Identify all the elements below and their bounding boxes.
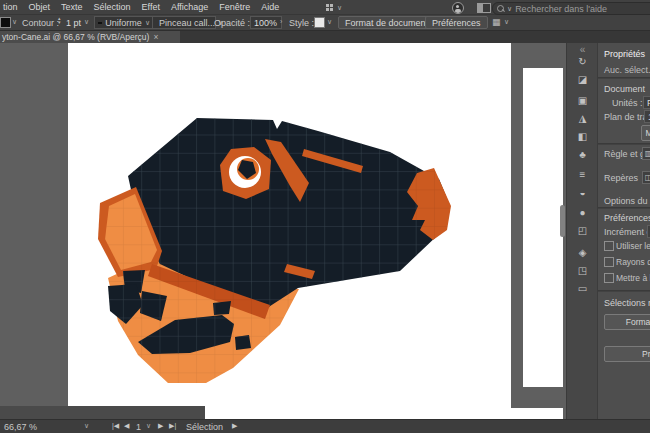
canvas-scroll-area [0, 406, 205, 419]
current-tool-label: Sélection [186, 422, 223, 432]
document-title: yton-Cane.ai @ 66,67 % (RVB/Aperçu) [2, 32, 149, 42]
help-search-field[interactable]: ∨ Rechercher dans l'aide [492, 2, 650, 15]
canvas-vertical-scrollbar[interactable] [560, 205, 565, 237]
first-artboard-icon[interactable]: |◀ [112, 422, 119, 430]
snap-options-label: Options du magnétisme [604, 196, 650, 206]
document-section-label: Document [604, 84, 645, 94]
tab-properties[interactable]: Propriétés [604, 49, 645, 59]
menu-effet[interactable]: Effet [142, 2, 160, 12]
club-icon[interactable]: ♣ [567, 149, 598, 161]
artboard-secondary[interactable] [523, 68, 563, 387]
artboard-number[interactable]: 1 [136, 422, 141, 432]
preferences-section-label: Préférences [604, 213, 650, 223]
opacity-value-field[interactable]: 100% [250, 16, 282, 29]
last-artboard-icon[interactable]: ▶| [169, 422, 176, 430]
style-chevron-icon[interactable]: ∨ [327, 18, 332, 26]
checkbox-preview-bounds[interactable] [604, 241, 614, 251]
prev-artboard-icon[interactable]: ◀ [124, 422, 129, 430]
stroke-profile-line-icon [98, 22, 102, 24]
brush-dropdown[interactable]: Pinceau call... ∨ [152, 16, 216, 29]
units-dropdown[interactable]: Pixels [643, 96, 650, 109]
menu-texte[interactable]: Texte [61, 2, 83, 12]
zoom-level-field[interactable]: 66,67 % [4, 422, 37, 432]
app-layout-icon[interactable] [477, 3, 491, 13]
opacity-label: Opacité : [214, 18, 250, 28]
ruler-toggle-icon[interactable]: ▥ [642, 147, 650, 160]
overlap-rects-icon[interactable]: ▭ [567, 283, 598, 295]
artboard-nav-chevron-icon[interactable]: ∨ [146, 422, 151, 430]
next-artboard-icon[interactable]: ▶ [158, 422, 163, 430]
contour-label: Contour : [22, 18, 59, 28]
properties-panel: Propriétés Bibliothèques Auc. sélect. Do… [597, 43, 650, 433]
stroke-profile-value: Uniforme [105, 18, 142, 28]
menu-selection[interactable]: Sélection [94, 2, 131, 12]
export-icon[interactable]: ◳ [567, 265, 598, 277]
settings-glyph-icon[interactable]: ▦ [492, 17, 501, 27]
folded-page-icon[interactable]: ◪ [567, 74, 598, 86]
document-tab[interactable]: yton-Cane.ai @ 66,67 % (RVB/Aperçu) × [0, 31, 180, 43]
stroke-width-chevron-icon[interactable]: ∨ [84, 18, 89, 26]
swirl-icon[interactable]: ↻ [567, 56, 598, 68]
settings-chevron-icon[interactable]: ∨ [504, 18, 509, 26]
stroke-color-swatch[interactable] [0, 17, 11, 28]
status-flyout-icon[interactable]: ▶ [232, 422, 237, 430]
search-icon [497, 5, 504, 12]
menu-edition[interactable]: tion [3, 2, 18, 12]
menu-objet[interactable]: Objet [29, 2, 51, 12]
checkbox-label: Rayons d'arrondis à l'échelle [616, 257, 650, 267]
close-tab-icon[interactable]: × [153, 32, 158, 42]
artboard-main[interactable] [68, 43, 511, 419]
format-document-button[interactable]: Format de document [338, 16, 435, 29]
hand-icon[interactable]: ◮ [567, 113, 598, 125]
workspace-chevron-icon[interactable]: ∨ [337, 4, 342, 12]
illustrator-window: tion Objet Texte Sélection Effet Afficha… [0, 0, 650, 433]
dog-artwork[interactable] [68, 43, 511, 419]
dock-collapse-icon[interactable]: « [567, 44, 598, 56]
quick-preferences-button[interactable]: Préférences [604, 346, 650, 362]
menu-affichage[interactable]: Affichage [171, 2, 208, 12]
stroke-profile-chevron-icon: ∨ [145, 19, 150, 27]
guides-toggle-icon[interactable]: ◫ [642, 171, 650, 184]
menu-fenetre[interactable]: Fenêtre [219, 2, 250, 12]
menu-aide[interactable]: Aide [261, 2, 279, 12]
split-square-icon[interactable]: ◧ [567, 131, 598, 143]
zoom-chevron-icon[interactable]: ∨ [84, 422, 89, 430]
artboard-number-field[interactable]: 1 [644, 110, 650, 123]
checkbox-label: Mettre à l'échelle les contours [616, 273, 650, 283]
opacity-flyout-icon[interactable]: › [280, 18, 282, 25]
guides-label: Repères [604, 173, 638, 183]
quick-format-document-button[interactable]: Format de document [604, 314, 650, 330]
status-bar: 66,67 % ∨ |◀ ◀ 1 ∨ ▶ ▶| Sélection ▶ [0, 419, 650, 433]
checkbox-label: Utiliser les limites de l'aperçu [616, 241, 650, 251]
workspace-switcher-icon[interactable] [326, 4, 334, 11]
panel-dock: « ↻ ◪ ▣ ◮ ◧ ♣ ≡ ◒ ● ◰ ◈ ◳ ▭ [566, 43, 598, 433]
preferences-button[interactable]: Préférences [425, 16, 488, 29]
quick-selections-label: Sélections rapides [604, 298, 650, 308]
search-placeholder: Rechercher dans l'aide [515, 4, 607, 14]
stroke-width-value[interactable]: 1 pt [66, 18, 81, 28]
opacity-value: 100% [254, 18, 277, 28]
units-label: Unités : [612, 98, 643, 108]
style-label: Style : [289, 18, 314, 28]
checkbox-corner-radius[interactable] [604, 257, 614, 267]
control-bar: ∨ Contour : ▴▾ 1 pt ∨ Uniforme ∨ Pinceau… [0, 15, 650, 31]
pen-square-icon[interactable]: ◰ [567, 225, 598, 237]
style-swatch[interactable] [314, 17, 325, 28]
stroke-profile-dropdown[interactable]: Uniforme ∨ [94, 16, 154, 29]
lines-icon[interactable]: ≡ [567, 169, 598, 181]
circle-icon[interactable]: ● [567, 207, 598, 219]
picture-icon[interactable]: ▣ [567, 95, 598, 107]
stroke-swatch-chevron-icon[interactable]: ∨ [12, 18, 17, 26]
brush-value: Pinceau call... [159, 18, 215, 28]
edit-artboards-button[interactable]: Modifier les plans de travail [641, 125, 650, 141]
search-chevron-icon[interactable]: ∨ [507, 5, 512, 13]
layers-icon[interactable]: ◈ [567, 247, 598, 259]
stroke-width-stepper[interactable]: ▴▾ [58, 17, 61, 24]
checkbox-scale-strokes[interactable] [604, 273, 614, 283]
keyboard-increment-label: Incrément clavier : [604, 227, 650, 237]
account-avatar[interactable] [452, 2, 464, 14]
artboard-bottom[interactable] [205, 408, 563, 419]
no-selection-label: Auc. sélect. [604, 65, 650, 75]
sphere-icon[interactable]: ◒ [567, 187, 598, 199]
